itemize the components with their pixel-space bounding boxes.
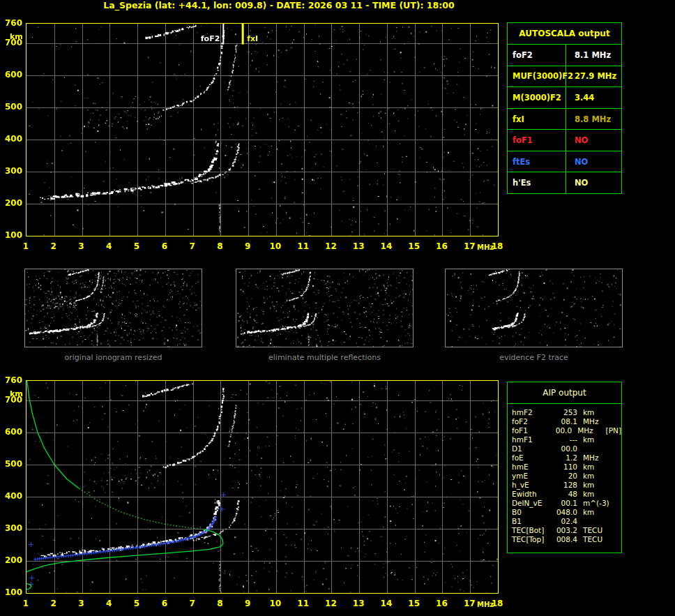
autoscala-row-h'Es: h'EsNO bbox=[508, 172, 621, 193]
thumbnail-evidence-canvas bbox=[446, 269, 622, 347]
autoscala-rows: foF28.1 MHzMUF(3000)F227.9 MHzM(3000)F23… bbox=[508, 45, 621, 193]
aip-value: 20 bbox=[551, 472, 577, 481]
x-tick-label: 13 bbox=[348, 599, 369, 608]
y-tick-label: 500 bbox=[1, 102, 22, 112]
x-tick-label: 4 bbox=[98, 599, 119, 608]
x-tick-label: 2 bbox=[43, 599, 64, 608]
y-tick-label: 500 bbox=[1, 459, 22, 469]
autoscala-row-value: 8.1 MHz bbox=[566, 45, 621, 66]
aip-value: --- bbox=[551, 435, 577, 444]
y-tick-label: 600 bbox=[1, 70, 22, 80]
aip-extra bbox=[612, 535, 614, 544]
aip-value: 003.2 bbox=[551, 526, 577, 535]
x-tick-label: 12 bbox=[320, 241, 341, 251]
x-tick-label: 7 bbox=[182, 241, 203, 251]
aip-panel-header: AIP output bbox=[508, 382, 621, 404]
y-tick-label: 300 bbox=[1, 523, 22, 533]
aip-extra: [PN] bbox=[605, 426, 621, 435]
x-tick-label: 4 bbox=[98, 241, 119, 251]
aip-extra bbox=[612, 444, 614, 453]
profile-ionogram-plot bbox=[26, 380, 499, 594]
aip-name: hmF1 bbox=[512, 435, 551, 444]
aip-row-foE: foE1.2MHz bbox=[512, 453, 621, 463]
x-tick-label: 16 bbox=[431, 241, 452, 251]
autoscala-row-MUF(3000)F2: MUF(3000)F227.9 MHz bbox=[508, 66, 621, 88]
aip-extra bbox=[612, 453, 614, 463]
aip-name: h_vE bbox=[512, 481, 551, 490]
autoscala-row-ftEs: ftEsNO bbox=[508, 151, 621, 173]
aip-output-panel: AIP output hmF2253kmfoF208.1MHzfoF100.0M… bbox=[507, 382, 622, 553]
autoscala-row-value: NO bbox=[566, 130, 621, 151]
y-tick-label: 700 bbox=[1, 38, 22, 47]
x-tick-label: 6 bbox=[154, 599, 175, 608]
autoscala-row-label: h'Es bbox=[508, 172, 566, 193]
aip-unit bbox=[577, 517, 612, 526]
aip-row-B1: B102.4 bbox=[512, 517, 621, 526]
aip-row-foF1: foF100.0MHz[PN] bbox=[512, 426, 621, 435]
aip-extra bbox=[612, 463, 614, 472]
aip-name: B1 bbox=[512, 517, 551, 526]
aip-name: hmE bbox=[512, 463, 551, 472]
x-tick-label: 3 bbox=[71, 241, 92, 251]
autoscala-row-label: fxI bbox=[508, 109, 566, 130]
aip-extra bbox=[612, 472, 614, 481]
aip-extra bbox=[612, 526, 614, 535]
x-tick-label: 2 bbox=[43, 241, 64, 251]
aip-value: 00.0 bbox=[551, 444, 577, 453]
aip-unit: TECU bbox=[577, 535, 612, 544]
aip-value: 253 bbox=[551, 408, 577, 417]
x-tick-label: 3 bbox=[71, 599, 92, 608]
y-tick-label: 400 bbox=[1, 134, 22, 144]
aip-row-foF2: foF208.1MHz bbox=[512, 417, 621, 426]
aip-unit: km bbox=[577, 463, 612, 472]
x-tick-label: 9 bbox=[237, 241, 258, 251]
aip-name: ymE bbox=[512, 472, 551, 481]
aip-value: 00.0 bbox=[547, 426, 572, 435]
x-tick-label: 14 bbox=[376, 241, 397, 251]
main-ionogram-plot: foF2fxI bbox=[26, 23, 499, 236]
thumbnail-caption-eliminate: eliminate multiple reflections bbox=[235, 353, 414, 362]
x-tick-label: 1 bbox=[15, 599, 36, 608]
aip-unit: m^(-3) bbox=[577, 499, 612, 508]
autoscala-row-label: ftEs bbox=[508, 151, 566, 172]
aip-name: hmF2 bbox=[512, 408, 551, 417]
y-tick-label: 700 bbox=[1, 395, 22, 405]
aip-extra bbox=[612, 490, 614, 499]
aip-value: 008.4 bbox=[551, 535, 577, 544]
x-tick-label: 18 bbox=[487, 241, 508, 251]
profile-ionogram-canvas bbox=[26, 381, 498, 593]
x-tick-label: 13 bbox=[348, 241, 369, 251]
aip-row-hmF1: hmF1---km bbox=[512, 435, 621, 444]
aip-name: B0 bbox=[512, 508, 551, 517]
aip-row-TEC[Top]: TEC[Top]008.4TECU bbox=[512, 535, 621, 544]
x-tick-label: 11 bbox=[293, 241, 314, 251]
thumbnail-evidence-f2 bbox=[445, 269, 623, 347]
y-tick-label: 600 bbox=[1, 427, 22, 437]
thumbnail-original-ionogram bbox=[24, 269, 202, 347]
aip-value: 08.1 bbox=[551, 417, 577, 426]
aip-name: foF2 bbox=[512, 417, 551, 426]
autoscala-panel-header: AUTOSCALA output bbox=[508, 23, 621, 45]
y-tick-label: 760 bbox=[1, 375, 22, 385]
thumbnail-original-canvas bbox=[25, 269, 202, 347]
aip-name: D1 bbox=[512, 444, 551, 453]
y-tick-label: 100 bbox=[1, 587, 22, 597]
aip-unit: km bbox=[577, 435, 612, 444]
aip-value: 1.2 bbox=[551, 453, 577, 463]
aip-unit: MHz bbox=[572, 426, 604, 435]
aip-row-Ewidth: Ewidth48km bbox=[512, 490, 621, 499]
aip-value: 048.0 bbox=[551, 508, 577, 517]
x-tick-label: 11 bbox=[293, 599, 314, 608]
x-tick-label: 5 bbox=[126, 599, 147, 608]
aip-row-DelN_vE: DelN_vE00.1m^(-3) bbox=[512, 499, 621, 508]
x-tick-label: 10 bbox=[265, 599, 286, 608]
aip-unit: km bbox=[577, 481, 612, 490]
x-tick-label: 12 bbox=[320, 599, 341, 608]
aip-value: 02.4 bbox=[551, 517, 577, 526]
autoscala-row-label: foF2 bbox=[508, 45, 566, 66]
y-tick-label: 400 bbox=[1, 491, 22, 501]
aip-extra bbox=[612, 417, 614, 426]
aip-unit: MHz bbox=[577, 417, 612, 426]
x-tick-label: 9 bbox=[237, 599, 258, 608]
station-title: La_Spezia (lat: +44.1, lon: 009.8) - DAT… bbox=[14, 0, 544, 10]
